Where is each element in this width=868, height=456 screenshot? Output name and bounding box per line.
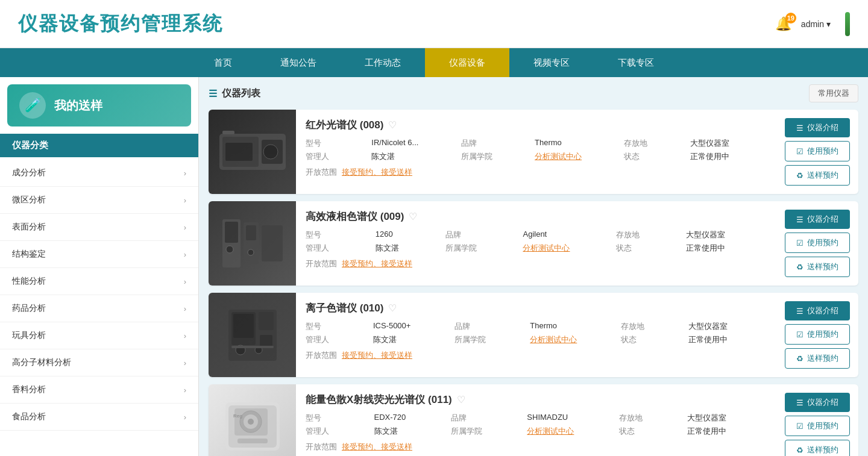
book-button-011[interactable]: ☑ 使用预约: [785, 416, 850, 436]
book-button-010[interactable]: ☑ 使用预约: [785, 324, 850, 345]
open-value-010[interactable]: 接受预约、接受送样: [342, 350, 412, 361]
open-label-010: 开放范围: [306, 350, 337, 361]
my-samples-banner[interactable]: 🧪 我的送样: [7, 84, 191, 126]
favorite-icon-009[interactable]: ♡: [409, 211, 417, 222]
header-right: 🔔 19 admin ▾: [775, 12, 850, 36]
xrf-illustration: Reg: [216, 396, 289, 456]
model-label-009: 型号: [306, 230, 371, 240]
list-icon: ☰: [796, 215, 804, 224]
sidebar-item-structure[interactable]: 结构鉴定 ›: [0, 241, 198, 268]
hplc-illustration: [216, 213, 289, 273]
sidebar-item-performance[interactable]: 性能分析 ›: [0, 268, 198, 295]
admin-menu[interactable]: admin ▾: [801, 19, 831, 29]
chevron-right-icon: ›: [184, 386, 186, 395]
svg-rect-27: [237, 439, 268, 443]
nav-download[interactable]: 下载专区: [594, 48, 678, 77]
instrument-card-008: 红外光谱仪 (008) ♡ 型号 IR/Nicolet 6... 品牌 Ther…: [209, 110, 858, 194]
manager-value-010: 陈文湛: [373, 334, 450, 345]
open-value-011[interactable]: 接受预约、接受送样: [342, 442, 412, 452]
sample-button-010[interactable]: ♻ 送样预约: [785, 348, 850, 369]
sample-button-009[interactable]: ♻ 送样预约: [785, 257, 850, 277]
ir-spectrometer-illustration: [216, 122, 289, 182]
book-button-008[interactable]: ☑ 使用预约: [785, 141, 850, 161]
sample-button-008[interactable]: ♻ 送样预约: [785, 165, 850, 186]
list-title: ☰ 仪器列表: [209, 87, 260, 100]
open-label-011: 开放范围: [306, 442, 337, 452]
manager-value-009: 陈文湛: [376, 243, 441, 254]
sidebar: 🧪 我的送样 仪器分类 成分分析 › 微区分析 › 表面分析 › 结构鉴定 › …: [0, 77, 199, 456]
svg-point-11: [226, 246, 233, 253]
nav-instruments[interactable]: 仪器设备: [425, 48, 509, 77]
sidebar-item-micro[interactable]: 微区分析 ›: [0, 187, 198, 214]
college-value-008[interactable]: 分析测试中心: [535, 151, 619, 162]
favorite-icon-010[interactable]: ♡: [388, 302, 397, 314]
intro-button-011[interactable]: ☰ 仪器介绍: [785, 393, 850, 412]
sidebar-item-surface[interactable]: 表面分析 ›: [0, 214, 198, 241]
details-008: 型号 IR/Nicolet 6... 品牌 Thermo 存放地 大型仪器室 管…: [306, 138, 767, 162]
check-icon: ☑: [796, 422, 804, 431]
details-009: 型号 1260 品牌 Agilent 存放地 大型仪器室 管理人 陈文湛 所属学…: [306, 230, 767, 254]
svg-rect-17: [260, 335, 272, 347]
brand-value-011: SHIMADZU: [527, 413, 614, 423]
brand-label-011: 品牌: [451, 413, 523, 423]
brand-value-010: Thermo: [530, 321, 616, 332]
college-value-011[interactable]: 分析测试中心: [527, 426, 614, 437]
nav-dynamics[interactable]: 工作动态: [341, 48, 425, 77]
open-value-008[interactable]: 接受预约、接受送样: [342, 167, 412, 178]
instrument-image-011: Reg: [209, 384, 296, 456]
book-button-009[interactable]: ☑ 使用预约: [785, 233, 850, 253]
sidebar-item-composition[interactable]: 成分分析 ›: [0, 160, 198, 187]
name-row-010: 离子色谱仪 (010) ♡: [306, 301, 767, 315]
svg-point-4: [263, 145, 278, 159]
open-label-009: 开放范围: [306, 258, 337, 269]
instrument-name-008: 红外光谱仪 (008): [306, 118, 383, 132]
model-label-010: 型号: [306, 321, 368, 332]
college-value-009[interactable]: 分析测试中心: [523, 243, 611, 254]
check-icon: ☑: [796, 330, 804, 339]
instrument-name-011: 能量色散X射线荧光光谱仪 (011): [306, 393, 452, 407]
main-layout: 🧪 我的送样 仪器分类 成分分析 › 微区分析 › 表面分析 › 结构鉴定 › …: [0, 77, 868, 456]
manager-label-009: 管理人: [306, 243, 371, 254]
sidebar-item-toys[interactable]: 玩具分析 ›: [0, 322, 198, 349]
intro-button-009[interactable]: ☰ 仪器介绍: [785, 210, 850, 229]
status-label-010: 状态: [621, 334, 684, 345]
open-range-row-009: 开放范围 接受预约、接受送样: [306, 258, 767, 269]
brand-label-008: 品牌: [461, 138, 530, 149]
sidebar-item-label: 表面分析: [12, 222, 46, 233]
sidebar-item-label: 结构鉴定: [12, 249, 46, 260]
instrument-info-008: 红外光谱仪 (008) ♡ 型号 IR/Nicolet 6... 品牌 Ther…: [296, 110, 776, 194]
sample-button-011[interactable]: ♻ 送样预约: [785, 440, 850, 456]
sidebar-item-pharma[interactable]: 药品分析 ›: [0, 295, 198, 322]
favorite-icon-008[interactable]: ♡: [388, 119, 397, 131]
location-value-011: 大型仪器室: [687, 413, 767, 423]
sidebar-item-polymer[interactable]: 高分子材料分析 ›: [0, 349, 198, 376]
sidebar-item-food[interactable]: 食品分析 ›: [0, 404, 198, 431]
chevron-right-icon: ›: [184, 358, 186, 367]
chevron-down-icon: ▾: [826, 19, 831, 29]
instrument-name-009: 高效液相色谱仪 (009): [306, 210, 404, 223]
open-value-009[interactable]: 接受预约、接受送样: [342, 258, 412, 269]
details-011: 型号 EDX-720 品牌 SHIMADZU 存放地 大型仪器室 管理人 陈文湛…: [306, 413, 767, 437]
details-010: 型号 ICS-5000+ 品牌 Thermo 存放地 大型仪器室 管理人 陈文湛…: [306, 321, 767, 345]
status-label-011: 状态: [619, 426, 683, 437]
common-instruments-button[interactable]: 常用仪器: [809, 84, 858, 102]
svg-rect-15: [259, 312, 274, 330]
sample-icon: ♻: [796, 263, 804, 272]
sidebar-item-fragrance[interactable]: 香料分析 ›: [0, 376, 198, 404]
my-samples-label: 我的送样: [54, 98, 102, 114]
svg-rect-8: [262, 225, 283, 261]
list-icon: ☰: [796, 123, 804, 133]
favorite-icon-011[interactable]: ♡: [457, 394, 465, 405]
nav-home[interactable]: 首页: [190, 48, 256, 77]
name-row-008: 红外光谱仪 (008) ♡: [306, 118, 767, 132]
svg-text:Reg: Reg: [233, 413, 242, 419]
sidebar-item-label: 成分分析: [12, 167, 46, 178]
nav-video[interactable]: 视频专区: [509, 48, 594, 77]
intro-button-010[interactable]: ☰ 仪器介绍: [785, 301, 850, 320]
location-value-010: 大型仪器室: [688, 321, 767, 332]
nav-notices[interactable]: 通知公告: [256, 48, 341, 77]
brand-label-009: 品牌: [445, 230, 518, 240]
intro-button-008[interactable]: ☰ 仪器介绍: [785, 118, 850, 137]
notification-button[interactable]: 🔔 19: [775, 16, 791, 32]
college-value-010[interactable]: 分析测试中心: [530, 334, 616, 345]
